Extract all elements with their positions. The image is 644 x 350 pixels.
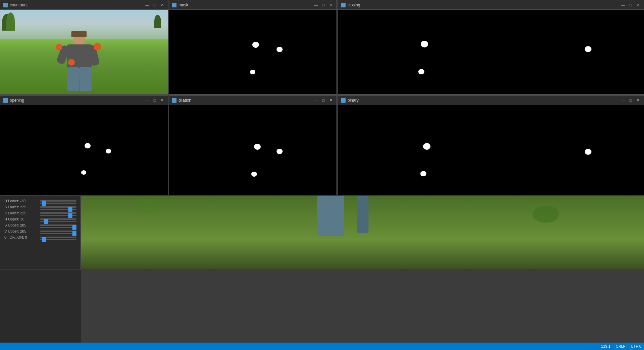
opening-maximize[interactable]: □	[152, 97, 158, 103]
s-lower-track	[40, 206, 76, 208]
dilation-title: dilation	[179, 98, 311, 103]
mask-maximize[interactable]: □	[320, 2, 326, 8]
closing-maximize[interactable]: □	[627, 2, 634, 8]
mask-content	[169, 10, 336, 94]
blob-c2	[585, 46, 591, 52]
closing-content	[338, 10, 644, 94]
controls-bottom-extension	[0, 270, 81, 343]
bottom-grass-bg	[81, 196, 644, 269]
dilation-window: dilation — □ ✕	[169, 95, 337, 195]
dilation-maximize[interactable]: □	[320, 97, 326, 103]
dilation-minimize[interactable]: —	[313, 97, 319, 103]
person	[64, 34, 94, 91]
mode-slider[interactable]	[40, 239, 76, 240]
binary-title: binary	[348, 98, 618, 103]
binary-titlebar: binary — □ ✕	[338, 96, 644, 105]
v-upper-slider[interactable]	[40, 233, 76, 234]
closing-close[interactable]: ✕	[635, 2, 641, 8]
binary-window: binary — □ ✕	[338, 95, 644, 195]
status-right: 119:1 CRLF UTF-8	[601, 344, 641, 348]
grass-patch-1	[137, 199, 157, 213]
blob-b1	[423, 143, 430, 150]
h-lower-label: H Lower: -30	[4, 199, 38, 203]
binary-close[interactable]: ✕	[635, 97, 641, 103]
countours-controls: — □ ✕	[144, 2, 165, 8]
opening-window: opening — □ ✕	[0, 95, 168, 195]
person-right-leg	[357, 196, 368, 233]
tree-left2	[6, 12, 15, 31]
grass-patch-2	[533, 206, 559, 223]
dilation-titlebar: dilation — □ ✕	[169, 96, 336, 105]
mask-minimize[interactable]: —	[313, 2, 319, 8]
mask-title: mask	[179, 3, 311, 7]
opening-controls: — □ ✕	[144, 97, 165, 103]
blob-o3	[81, 170, 86, 175]
blob-2	[277, 47, 283, 52]
blob-b3	[420, 171, 426, 176]
binary-content	[338, 105, 644, 195]
mask-window: mask — □ ✕	[169, 0, 337, 95]
v-lower-label: V Lower: 225	[4, 211, 38, 215]
mode-track	[40, 237, 76, 238]
binary-icon	[341, 98, 346, 103]
blob-d1	[254, 144, 261, 150]
blob-3	[250, 70, 255, 74]
countours-titlebar: countours — □ ✕	[0, 0, 168, 10]
closing-title: closing	[348, 3, 618, 7]
v-lower-track	[40, 212, 76, 214]
status-encoding: UTF-8	[631, 344, 641, 348]
v-upper-label: V Upper: 285	[4, 229, 38, 233]
binary-maximize[interactable]: □	[627, 97, 634, 103]
mask-close[interactable]: ✕	[328, 2, 334, 8]
v-upper-track	[40, 231, 76, 232]
v-lower-slider[interactable]	[40, 215, 76, 216]
blob-o1	[85, 143, 91, 148]
countours-maximize[interactable]: □	[152, 2, 158, 8]
closing-window: closing — □ ✕	[338, 0, 644, 95]
h-upper-label: H Upper: 30	[4, 217, 38, 221]
mode-label: 0 : OF...ON: 0	[4, 235, 38, 239]
binary-controls: — □ ✕	[620, 97, 641, 103]
closing-controls: — □ ✕	[620, 2, 641, 8]
s-upper-track	[40, 224, 76, 226]
countours-window: countours — □ ✕	[0, 0, 168, 95]
h-lower-slider[interactable]	[40, 203, 76, 204]
countours-close[interactable]: ✕	[159, 2, 165, 8]
status-bar: 119:1 CRLF UTF-8	[0, 343, 644, 350]
blob-d2	[277, 149, 283, 154]
h-upper-slider[interactable]	[40, 221, 76, 222]
blob-d3	[251, 172, 257, 177]
status-line-ending: CRLF	[616, 344, 625, 348]
binary-minimize[interactable]: —	[620, 97, 626, 103]
opening-content	[0, 105, 168, 195]
opening-title: opening	[10, 98, 142, 103]
dilation-close[interactable]: ✕	[328, 97, 334, 103]
controls-panel: H Lower: -30 S Lower: 225 V Lower: 225 H…	[0, 196, 81, 270]
blob-1	[252, 42, 259, 48]
opening-minimize[interactable]: —	[144, 97, 150, 103]
blob-c3	[418, 69, 424, 74]
tree-right	[154, 15, 161, 28]
status-position: 119:1	[601, 344, 611, 348]
opening-titlebar: opening — □ ✕	[0, 96, 168, 105]
closing-icon	[341, 3, 346, 7]
countours-minimize[interactable]: —	[144, 2, 150, 8]
opening-icon	[3, 98, 8, 103]
opening-close[interactable]: ✕	[159, 97, 165, 103]
countours-icon	[3, 3, 8, 7]
bottom-video-strip	[81, 196, 644, 269]
h-upper-track	[40, 218, 76, 220]
s-upper-slider[interactable]	[40, 227, 76, 228]
s-lower-slider[interactable]	[40, 209, 76, 210]
dilation-controls: — □ ✕	[313, 97, 334, 103]
dilation-content	[169, 105, 336, 195]
s-lower-label: S Lower: 225	[4, 205, 38, 209]
countours-title: countours	[10, 3, 142, 7]
closing-minimize[interactable]: —	[620, 2, 626, 8]
countours-content	[0, 10, 168, 94]
s-upper-label: S Upper: 285	[4, 223, 38, 227]
closing-titlebar: closing — □ ✕	[338, 0, 644, 10]
blob-b2	[585, 149, 591, 155]
mask-titlebar: mask — □ ✕	[169, 0, 336, 10]
mask-icon	[172, 3, 176, 7]
